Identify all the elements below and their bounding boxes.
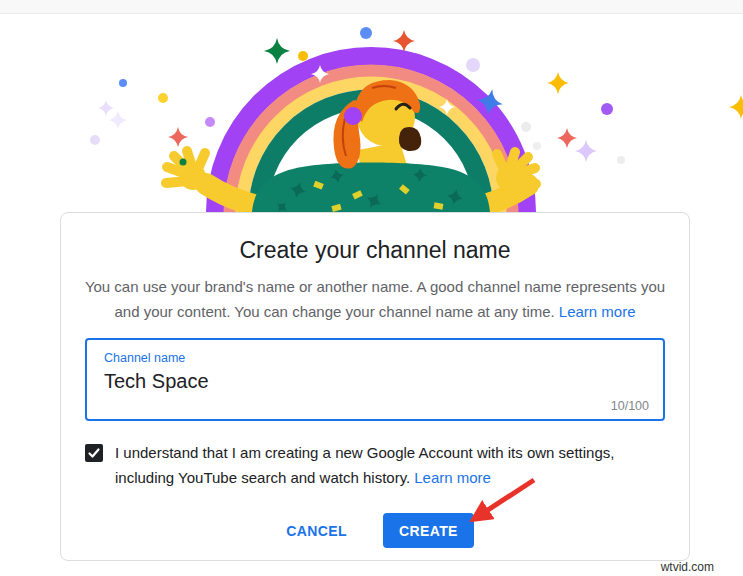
dialog-actions: CANCEL CREATE [61, 513, 689, 548]
page: Create your channel name You can use you… [0, 0, 743, 576]
hair-scrunchie [344, 107, 362, 125]
consent-checkbox[interactable] [85, 444, 103, 462]
checkmark-icon [87, 446, 101, 460]
channel-name-input[interactable] [104, 370, 584, 393]
cancel-button[interactable]: CANCEL [276, 515, 357, 547]
create-channel-dialog: Create your channel name You can use you… [60, 212, 690, 561]
consent-row: I understand that I am creating a new Go… [85, 440, 665, 490]
consent-text: I understand that I am creating a new Go… [115, 444, 614, 486]
consent-learn-more-link[interactable]: Learn more [414, 469, 491, 486]
consent-label: I understand that I am creating a new Go… [115, 440, 665, 490]
channel-illustration [0, 0, 743, 212]
dialog-description: You can use your brand's name or another… [82, 274, 668, 324]
character-counter: 10/100 [611, 399, 649, 413]
create-button[interactable]: CREATE [383, 513, 474, 548]
channel-name-label: Channel name [104, 351, 185, 365]
watermark: wtvid.com [661, 560, 714, 574]
channel-name-field[interactable]: Channel name 10/100 [85, 338, 665, 421]
description-learn-more-link[interactable]: Learn more [559, 303, 636, 320]
page-title: Create your channel name [61, 237, 689, 264]
